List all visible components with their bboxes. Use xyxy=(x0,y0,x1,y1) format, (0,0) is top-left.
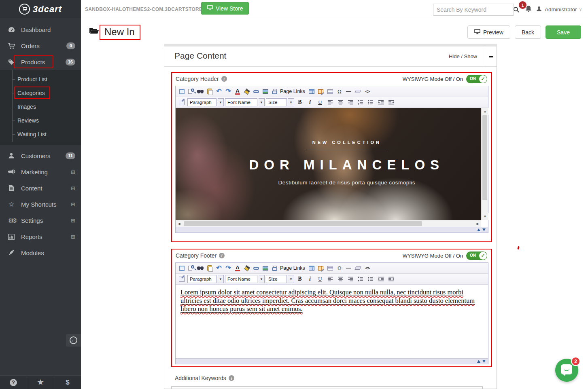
bold-icon[interactable]: B xyxy=(295,275,304,283)
help-button[interactable]: ? xyxy=(0,376,27,389)
sidebar-item-reviews[interactable]: Reviews xyxy=(0,114,81,127)
chat-widget-button[interactable]: 2 xyxy=(555,359,578,382)
sidebar-item-modules[interactable]: Modules xyxy=(0,245,81,261)
resize-down-icon[interactable] xyxy=(482,360,486,363)
style-edit-icon[interactable] xyxy=(177,275,186,283)
align-right-icon[interactable] xyxy=(346,275,355,283)
sidebar-collapse-button[interactable]: ← xyxy=(66,334,81,347)
scroll-left-icon[interactable]: ◀ xyxy=(176,220,183,227)
resize-up-icon[interactable] xyxy=(477,360,480,363)
sidebar-item-customers[interactable]: Customers 11 xyxy=(0,148,81,164)
horizontal-rule-icon[interactable] xyxy=(344,87,353,96)
sidebar-item-my-shortcuts[interactable]: ☆ My Shortcuts ⊞ xyxy=(0,196,81,212)
undo-icon[interactable]: ↶ xyxy=(214,87,223,96)
indent-icon[interactable] xyxy=(376,275,385,283)
find-icon[interactable] xyxy=(196,87,205,96)
vertical-scrollbar[interactable]: ▲ ▼ xyxy=(481,108,488,220)
paragraph-select[interactable]: Paragraph xyxy=(187,275,217,283)
editor-resize-bar[interactable] xyxy=(176,227,488,233)
info-icon[interactable]: i xyxy=(229,375,234,381)
expand-icon[interactable]: ⊞ xyxy=(71,201,75,207)
font-name-select-arrow[interactable]: ▼ xyxy=(259,98,265,106)
additional-keywords-input[interactable] xyxy=(171,386,483,389)
wysiwyg-toggle[interactable]: ON ✓ xyxy=(466,252,487,260)
align-center-icon[interactable] xyxy=(336,275,345,283)
sidebar-item-categories[interactable]: Categories xyxy=(0,86,81,100)
source-icon[interactable]: <> xyxy=(363,87,372,96)
eraser-icon[interactable] xyxy=(354,87,363,96)
special-character-icon[interactable]: Ω xyxy=(335,264,344,273)
expand-icon[interactable]: ⊞ xyxy=(71,185,75,191)
wysiwyg-toggle[interactable]: ON ✓ xyxy=(466,75,487,83)
category-header-content[interactable]: NEW COLLECTION DOR MILANCELOS Destibulum… xyxy=(176,108,488,227)
fill-color-icon[interactable] xyxy=(242,264,251,273)
sidebar-item-products[interactable]: Products 16 xyxy=(0,54,81,70)
style-edit-icon[interactable] xyxy=(177,98,186,107)
eraser-icon[interactable] xyxy=(354,264,363,273)
admin-menu[interactable]: Administrator ˅ xyxy=(536,5,582,14)
fill-color-icon[interactable] xyxy=(242,87,251,96)
find-icon[interactable] xyxy=(196,264,205,273)
source-icon[interactable]: <> xyxy=(363,264,372,273)
sidebar-item-orders[interactable]: Orders 0 xyxy=(0,38,81,54)
unordered-list-icon[interactable] xyxy=(366,275,375,283)
bold-icon[interactable]: B xyxy=(295,98,304,107)
italic-icon[interactable]: i xyxy=(306,98,314,107)
unordered-list-icon[interactable] xyxy=(366,98,375,107)
sidebar-item-images[interactable]: Images xyxy=(0,100,81,114)
sidebar-item-marketing[interactable]: Marketing ⊞ xyxy=(0,164,81,180)
category-footer-content[interactable]: Lorem ipsum dolor sit amet consectetur a… xyxy=(176,285,488,358)
scroll-right-icon[interactable]: ▶ xyxy=(474,220,481,227)
image-icon[interactable] xyxy=(261,264,270,273)
table-properties-icon[interactable] xyxy=(316,264,325,273)
sidebar-item-waiting-list[interactable]: Waiting List xyxy=(0,127,81,141)
page-links-icon[interactable] xyxy=(270,264,279,273)
info-icon[interactable]: i xyxy=(221,76,227,82)
ordered-list-icon[interactable] xyxy=(356,98,365,107)
preview-icon[interactable] xyxy=(187,87,195,96)
text-color-icon[interactable]: A xyxy=(233,264,242,273)
outdent-icon[interactable] xyxy=(386,98,395,107)
size-select-arrow[interactable]: ▼ xyxy=(288,275,294,283)
collapse-panel-button[interactable] xyxy=(485,47,497,67)
ordered-list-icon[interactable] xyxy=(356,275,365,283)
scroll-up-icon[interactable]: ▲ xyxy=(482,108,488,115)
align-left-icon[interactable] xyxy=(326,98,335,107)
table-properties-icon[interactable] xyxy=(316,87,325,96)
expand-icon[interactable]: ⊞ xyxy=(71,169,75,175)
view-store-button[interactable]: View Store xyxy=(201,2,249,15)
redo-icon[interactable]: ↷ xyxy=(224,264,233,273)
expand-icon[interactable]: ⊞ xyxy=(71,234,75,240)
paragraph-select-arrow[interactable]: ▼ xyxy=(218,275,224,283)
sidebar-item-product-list[interactable]: Product List xyxy=(0,72,81,86)
horizontal-scroll-thumb[interactable] xyxy=(184,221,422,226)
size-select-arrow[interactable]: ▼ xyxy=(288,98,294,106)
app-logo[interactable]: 3dcart xyxy=(0,0,81,18)
undo-icon[interactable]: ↶ xyxy=(214,264,223,273)
page-links-label[interactable]: Page Links xyxy=(280,89,305,94)
align-right-icon[interactable] xyxy=(346,98,355,107)
underline-icon[interactable]: U xyxy=(316,275,325,283)
horizontal-rule-icon[interactable] xyxy=(344,264,353,273)
link-icon[interactable] xyxy=(252,264,261,273)
paste-icon[interactable] xyxy=(205,87,214,96)
back-button[interactable]: Back xyxy=(515,25,541,39)
font-name-select[interactable]: Font Name xyxy=(225,275,257,283)
size-select[interactable]: Size xyxy=(266,98,287,106)
table-icon[interactable] xyxy=(307,87,316,96)
preview-icon[interactable] xyxy=(187,264,195,273)
image-icon[interactable] xyxy=(261,87,270,96)
maximize-icon[interactable] xyxy=(177,264,186,273)
favorites-button[interactable]: ★ xyxy=(27,376,54,389)
special-character-icon[interactable]: Ω xyxy=(335,87,344,96)
size-select[interactable]: Size xyxy=(266,275,287,283)
italic-icon[interactable]: i xyxy=(306,275,314,283)
outdent-icon[interactable] xyxy=(386,275,395,283)
form-lines-icon[interactable] xyxy=(326,87,335,96)
notification-bell[interactable]: 1 xyxy=(524,5,534,15)
paragraph-select-arrow[interactable]: ▼ xyxy=(218,98,224,106)
sidebar-item-dashboard[interactable]: Dashboard xyxy=(0,21,81,38)
align-left-icon[interactable] xyxy=(326,275,335,283)
vertical-scroll-thumb[interactable] xyxy=(482,115,487,200)
sidebar-item-settings[interactable]: ⚙⚙ Settings ⊞ xyxy=(0,212,81,228)
